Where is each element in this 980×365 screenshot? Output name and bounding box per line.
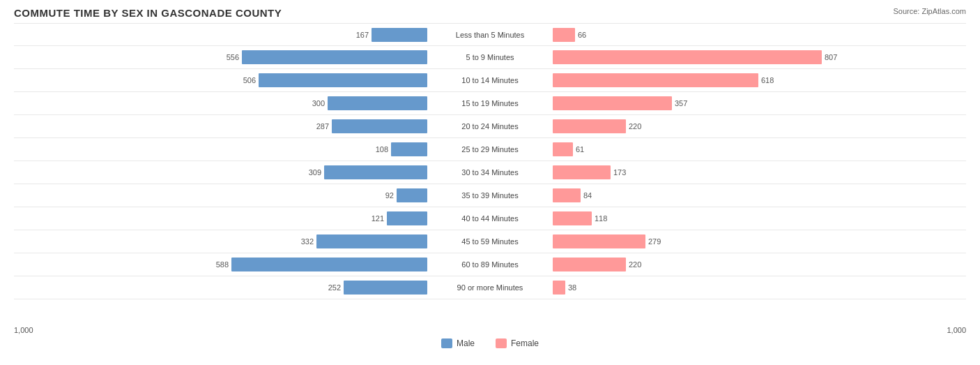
row-label: 60 to 89 Minutes <box>427 260 553 269</box>
row-label: Less than 5 Minutes <box>427 31 553 39</box>
male-value: 506 <box>243 76 256 84</box>
male-bar-container: 588 <box>216 258 427 271</box>
male-bar <box>397 188 427 202</box>
male-bar <box>391 142 427 156</box>
male-value: 108 <box>376 145 388 154</box>
chart-row: 309 30 to 34 Minutes 173 <box>14 161 966 184</box>
female-value: 61 <box>576 145 584 154</box>
female-bar <box>553 73 758 87</box>
female-bar-container: 66 <box>553 28 586 42</box>
male-value: 252 <box>328 283 341 292</box>
legend-male-color <box>441 338 452 348</box>
chart-row: 506 10 to 14 Minutes 618 <box>14 69 966 92</box>
male-bar <box>372 28 427 42</box>
female-bar-container: 618 <box>553 73 774 87</box>
male-bar-container: 92 <box>385 188 427 202</box>
chart-row: 252 90 or more Minutes 38 <box>14 276 966 299</box>
female-value: 618 <box>761 76 774 84</box>
chart-area: 167 Less than 5 Minutes 66 556 5 to 9 Mi… <box>14 23 966 323</box>
chart-row: 92 35 to 39 Minutes 84 <box>14 184 966 207</box>
legend: Male Female <box>14 338 966 348</box>
chart-row: 287 20 to 24 Minutes 220 <box>14 115 966 138</box>
male-bar-container: 309 <box>309 165 427 179</box>
male-value: 167 <box>356 31 369 39</box>
female-bar <box>553 119 626 133</box>
male-bar <box>332 119 427 133</box>
axis-row: 1,000 1,000 <box>14 326 966 334</box>
row-label: 5 to 9 Minutes <box>427 53 553 61</box>
female-bar <box>553 28 575 42</box>
legend-female-label: Female <box>511 338 539 348</box>
male-bar-container: 167 <box>356 28 427 42</box>
female-value: 118 <box>595 214 607 223</box>
female-bar <box>553 165 611 179</box>
female-bar-container: 220 <box>553 119 641 133</box>
female-value: 84 <box>583 191 592 200</box>
female-bar-container: 173 <box>553 165 626 179</box>
row-label: 40 to 44 Minutes <box>427 214 553 223</box>
row-label: 10 to 14 Minutes <box>427 76 553 84</box>
male-value: 332 <box>301 237 314 246</box>
row-label: 45 to 59 Minutes <box>427 237 553 246</box>
male-bar <box>242 50 427 64</box>
male-bar <box>324 165 427 179</box>
male-bar <box>259 73 427 87</box>
male-bar <box>316 234 427 248</box>
row-label: 15 to 19 Minutes <box>427 99 553 107</box>
female-value: 173 <box>613 168 626 177</box>
female-value: 279 <box>648 237 661 246</box>
male-bar-container: 252 <box>328 281 427 295</box>
male-bar-container: 332 <box>301 234 427 248</box>
male-value: 300 <box>312 99 325 107</box>
row-label: 90 or more Minutes <box>427 283 553 292</box>
female-value: 220 <box>629 122 641 131</box>
male-value: 121 <box>372 214 384 223</box>
row-label: 30 to 34 Minutes <box>427 168 553 177</box>
legend-male-label: Male <box>457 338 475 348</box>
female-value: 220 <box>629 260 641 269</box>
chart-title: COMMUTE TIME BY SEX IN GASCONADE COUNTY <box>14 7 966 19</box>
male-value: 92 <box>385 191 394 200</box>
male-value: 309 <box>309 168 321 177</box>
male-bar-container: 300 <box>312 96 427 110</box>
chart-row: 588 60 to 89 Minutes 220 <box>14 253 966 276</box>
female-bar-container: 61 <box>553 142 584 156</box>
female-bar <box>553 96 672 110</box>
male-bar-container: 556 <box>227 50 427 64</box>
female-bar-container: 220 <box>553 258 641 271</box>
female-bar <box>553 234 645 248</box>
female-bar <box>553 211 592 225</box>
chart-row: 108 25 to 29 Minutes 61 <box>14 138 966 161</box>
female-bar <box>553 142 573 156</box>
male-bar <box>328 96 427 110</box>
chart-row: 121 40 to 44 Minutes 118 <box>14 207 966 230</box>
axis-left: 1,000 <box>14 326 33 334</box>
source-text: Source: ZipAtlas.com <box>893 7 966 15</box>
female-bar-container: 279 <box>553 234 661 248</box>
female-bar <box>553 188 581 202</box>
female-bar <box>553 258 626 271</box>
chart-row: 332 45 to 59 Minutes 279 <box>14 230 966 253</box>
female-bar-container: 118 <box>553 211 607 225</box>
male-value: 287 <box>316 122 329 131</box>
male-bar <box>231 258 427 271</box>
row-label: 25 to 29 Minutes <box>427 145 553 154</box>
axis-right: 1,000 <box>947 326 966 334</box>
female-bar-container: 84 <box>553 188 592 202</box>
chart-row: 167 Less than 5 Minutes 66 <box>14 23 966 46</box>
chart-row: 300 15 to 19 Minutes 357 <box>14 92 966 115</box>
male-bar-container: 287 <box>316 119 427 133</box>
row-label: 20 to 24 Minutes <box>427 122 553 131</box>
male-value: 588 <box>216 260 229 269</box>
female-bar-container: 38 <box>553 281 576 295</box>
legend-female: Female <box>496 338 539 348</box>
female-bar-container: 807 <box>553 50 837 64</box>
chart-row: 556 5 to 9 Minutes 807 <box>14 46 966 69</box>
male-value: 556 <box>227 53 239 61</box>
male-bar-container: 121 <box>372 211 427 225</box>
female-value: 807 <box>825 53 837 61</box>
female-value: 357 <box>675 99 687 107</box>
male-bar <box>387 211 427 225</box>
row-label: 35 to 39 Minutes <box>427 191 553 200</box>
chart-container: COMMUTE TIME BY SEX IN GASCONADE COUNTY … <box>0 0 980 365</box>
